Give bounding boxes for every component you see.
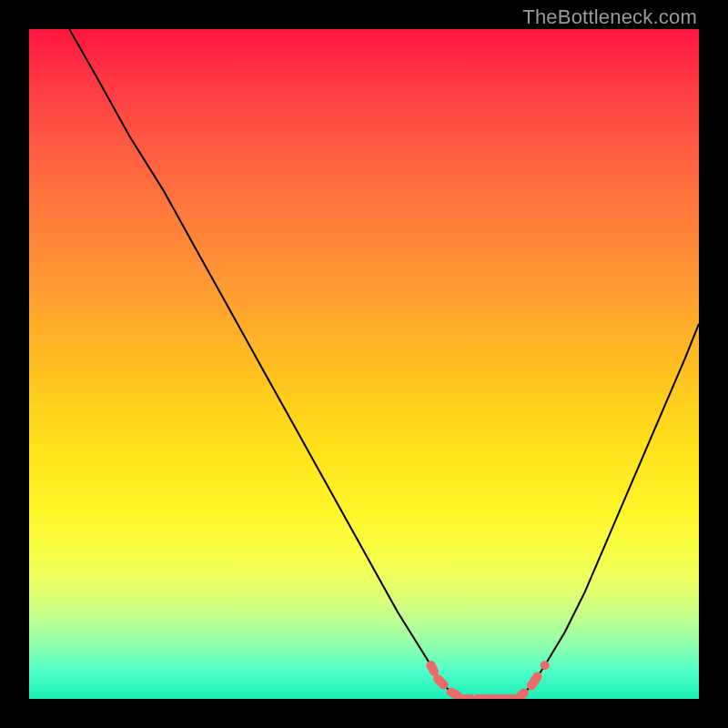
curve-svg [29, 29, 699, 699]
line-left-branch [69, 29, 464, 699]
bottom-marker-stick [518, 693, 524, 699]
plot-area [29, 29, 699, 699]
chart-frame: TheBottleneck.com [0, 0, 728, 728]
bottom-marker-stick [438, 679, 444, 685]
bottom-marker-group [427, 661, 550, 699]
bottom-marker-stick [531, 676, 538, 685]
watermark-text: TheBottleneck.com [522, 5, 697, 29]
bottom-marker-dot [427, 661, 436, 670]
bottom-marker-stick [451, 693, 458, 695]
line-right-branch [518, 324, 699, 699]
bottom-marker-dot [541, 661, 550, 670]
